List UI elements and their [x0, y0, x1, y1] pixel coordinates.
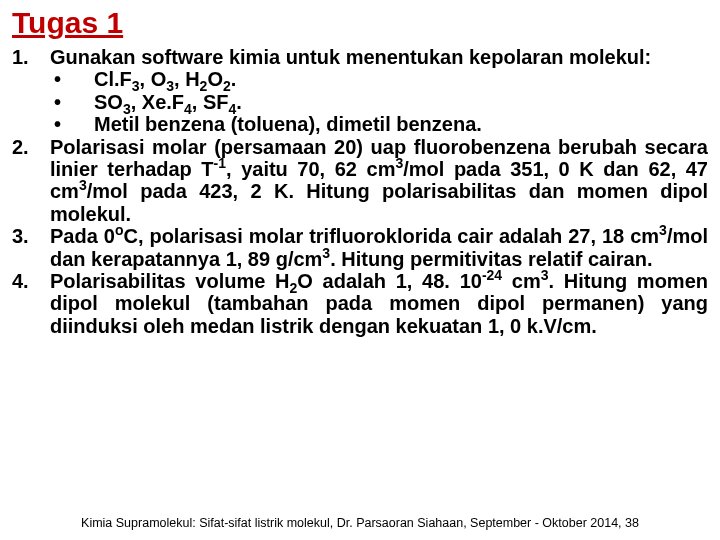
item-number: 1.: [12, 46, 50, 136]
slide-footer: Kimia Supramolekul: Sifat-sifat listrik …: [0, 516, 720, 530]
sub-item: •SO3, Xe.F4, SF4.: [50, 91, 708, 113]
bullet-icon: •: [50, 91, 94, 113]
item-lead: Gunakan software kimia untuk menentukan …: [50, 46, 708, 68]
item-body: Polarisasi molar (persamaan 20) uap fluo…: [50, 136, 708, 226]
list-item: 4. Polarisabilitas volume H2O adalah 1, …: [12, 270, 708, 337]
bullet-icon: •: [50, 68, 94, 90]
sub-list: •Cl.F3, O3, H2O2. •SO3, Xe.F4, SF4. •Met…: [50, 68, 708, 135]
list-item: 3. Pada 0oC, polarisasi molar trifluorok…: [12, 225, 708, 270]
item-number: 3.: [12, 225, 50, 270]
item-body: Gunakan software kimia untuk menentukan …: [50, 46, 708, 136]
sub-text: SO3, Xe.F4, SF4.: [94, 91, 708, 113]
sub-item: •Cl.F3, O3, H2O2.: [50, 68, 708, 90]
sub-text: Metil benzena (toluena), dimetil benzena…: [94, 113, 708, 135]
sub-item: •Metil benzena (toluena), dimetil benzen…: [50, 113, 708, 135]
list-item: 1. Gunakan software kimia untuk menentuk…: [12, 46, 708, 136]
item-number: 2.: [12, 136, 50, 226]
item-number: 4.: [12, 270, 50, 337]
slide-title: Tugas 1: [12, 6, 708, 40]
bullet-icon: •: [50, 113, 94, 135]
sub-text: Cl.F3, O3, H2O2.: [94, 68, 708, 90]
task-list: 1. Gunakan software kimia untuk menentuk…: [12, 46, 708, 337]
item-body: Pada 0oC, polarisasi molar trifluoroklor…: [50, 225, 708, 270]
slide: Tugas 1 1. Gunakan software kimia untuk …: [0, 0, 720, 540]
list-item: 2. Polarisasi molar (persamaan 20) uap f…: [12, 136, 708, 226]
item-body: Polarisabilitas volume H2O adalah 1, 48.…: [50, 270, 708, 337]
